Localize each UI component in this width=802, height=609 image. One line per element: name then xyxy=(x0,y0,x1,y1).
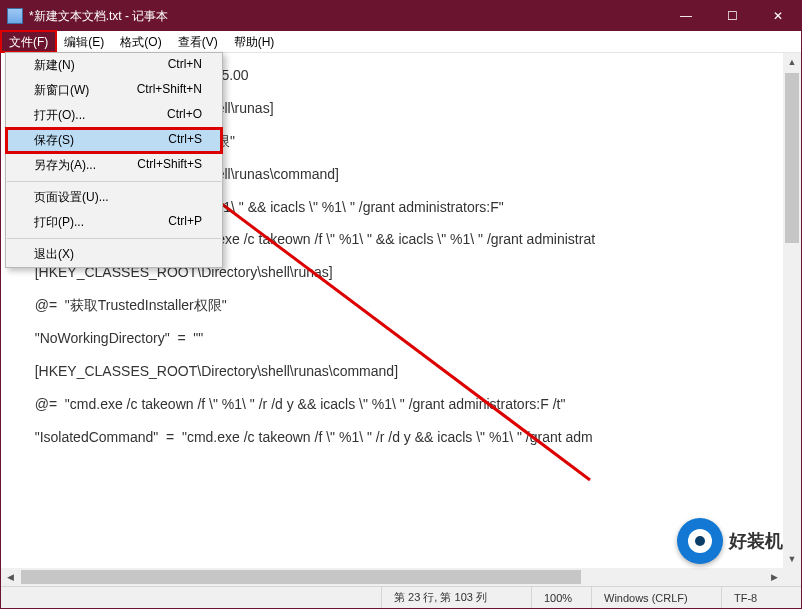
vertical-scroll-thumb[interactable] xyxy=(785,73,799,243)
watermark-badge-icon xyxy=(677,518,723,564)
menu-item[interactable]: 保存(S)Ctrl+S xyxy=(6,128,222,153)
vertical-scrollbar[interactable]: ▲ ▼ xyxy=(783,53,801,568)
close-button[interactable]: ✕ xyxy=(755,1,801,31)
scroll-corner xyxy=(783,568,801,586)
horizontal-scrollbar[interactable]: ◀ ▶ xyxy=(1,568,783,586)
menu-item-shortcut: Ctrl+Shift+N xyxy=(137,82,202,99)
scroll-right-icon[interactable]: ▶ xyxy=(765,568,783,586)
status-encoding: TF-8 xyxy=(721,587,801,608)
menu-separator xyxy=(7,238,221,239)
file-menu-dropdown: 新建(N)Ctrl+N新窗口(W)Ctrl+Shift+N打开(O)...Ctr… xyxy=(5,52,223,268)
title-bar[interactable]: *新建文本文档.txt - 记事本 — ☐ ✕ xyxy=(1,1,801,31)
menu-item[interactable]: 打印(P)...Ctrl+P xyxy=(6,210,222,235)
menu-file[interactable]: 文件(F) xyxy=(1,31,56,52)
status-bar: 第 23 行, 第 103 列 100% Windows (CRLF) TF-8 xyxy=(1,586,801,608)
menu-item[interactable]: 退出(X) xyxy=(6,242,222,267)
menu-edit[interactable]: 编辑(E) xyxy=(56,31,112,52)
horizontal-scroll-track[interactable] xyxy=(19,568,765,586)
menu-item-label: 打印(P)... xyxy=(34,214,84,231)
menu-item-shortcut: Ctrl+Shift+S xyxy=(137,157,202,174)
menu-item-shortcut: Ctrl+N xyxy=(168,57,202,74)
menu-bar: 文件(F)编辑(E)格式(O)查看(V)帮助(H) xyxy=(1,31,801,53)
watermark-text: 好装机 xyxy=(729,529,783,553)
menu-separator xyxy=(7,181,221,182)
status-line-ending: Windows (CRLF) xyxy=(591,587,721,608)
vertical-scroll-track[interactable] xyxy=(783,71,801,550)
scroll-left-icon[interactable]: ◀ xyxy=(1,568,19,586)
menu-item-label: 新窗口(W) xyxy=(34,82,89,99)
status-zoom: 100% xyxy=(531,587,591,608)
minimize-button[interactable]: — xyxy=(663,1,709,31)
menu-item-shortcut: Ctrl+P xyxy=(168,214,202,231)
menu-item-label: 页面设置(U)... xyxy=(34,189,109,206)
menu-item[interactable]: 另存为(A)...Ctrl+Shift+S xyxy=(6,153,222,178)
menu-item-label: 保存(S) xyxy=(34,132,74,149)
menu-item-label: 新建(N) xyxy=(34,57,75,74)
app-icon xyxy=(7,8,23,24)
watermark: 好装机 xyxy=(677,518,783,564)
menu-item[interactable]: 新建(N)Ctrl+N xyxy=(6,53,222,78)
menu-item-shortcut: Ctrl+O xyxy=(167,107,202,124)
menu-help[interactable]: 帮助(H) xyxy=(226,31,283,52)
menu-format[interactable]: 格式(O) xyxy=(112,31,169,52)
menu-view[interactable]: 查看(V) xyxy=(170,31,226,52)
menu-item[interactable]: 页面设置(U)... xyxy=(6,185,222,210)
window-title: *新建文本文档.txt - 记事本 xyxy=(29,8,663,25)
status-spacer xyxy=(1,587,381,608)
menu-item-label: 另存为(A)... xyxy=(34,157,96,174)
scroll-up-icon[interactable]: ▲ xyxy=(783,53,801,71)
menu-item[interactable]: 打开(O)...Ctrl+O xyxy=(6,103,222,128)
window-controls: — ☐ ✕ xyxy=(663,1,801,31)
maximize-button[interactable]: ☐ xyxy=(709,1,755,31)
menu-item-label: 打开(O)... xyxy=(34,107,85,124)
status-position: 第 23 行, 第 103 列 xyxy=(381,587,531,608)
scroll-down-icon[interactable]: ▼ xyxy=(783,550,801,568)
menu-item-shortcut: Ctrl+S xyxy=(168,132,202,149)
menu-item[interactable]: 新窗口(W)Ctrl+Shift+N xyxy=(6,78,222,103)
menu-item-label: 退出(X) xyxy=(34,246,74,263)
horizontal-scroll-thumb[interactable] xyxy=(21,570,581,584)
